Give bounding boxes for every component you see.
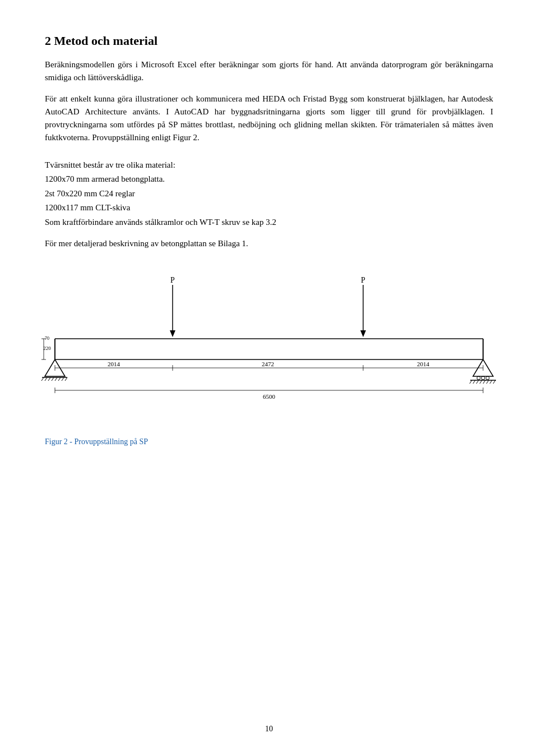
materials-section: Tvärsnittet består av tre olika material… bbox=[45, 158, 493, 230]
dim-left: 2014 bbox=[108, 361, 120, 367]
svg-point-31 bbox=[486, 376, 489, 380]
svg-line-34 bbox=[473, 380, 475, 384]
svg-line-27 bbox=[65, 377, 67, 381]
last-paragraph: För mer detaljerad beskrivning av betong… bbox=[45, 237, 493, 250]
section-heading: 2 Metod och material bbox=[45, 34, 493, 48]
material-3: 1200x117 mm CLT-skiva bbox=[45, 201, 493, 215]
dim-right: 2014 bbox=[417, 361, 430, 367]
svg-line-26 bbox=[62, 377, 64, 381]
beam-diagram: P P 2014 bbox=[39, 273, 499, 430]
dim-total: 6500 bbox=[263, 393, 276, 400]
svg-line-23 bbox=[52, 377, 54, 381]
svg-line-22 bbox=[48, 377, 50, 381]
material-4: Som kraftförbindare används stålkramlor … bbox=[45, 215, 493, 230]
svg-line-25 bbox=[58, 377, 61, 381]
dim-220: 220 bbox=[43, 345, 51, 351]
svg-marker-1 bbox=[170, 330, 175, 337]
paragraph-2: För att enkelt kunna göra illustrationer… bbox=[45, 93, 493, 145]
svg-line-24 bbox=[55, 377, 57, 381]
diagram-wrapper: P P 2014 bbox=[39, 273, 499, 432]
dim-middle: 2472 bbox=[262, 361, 274, 367]
svg-point-30 bbox=[481, 376, 485, 380]
svg-line-35 bbox=[476, 380, 479, 384]
svg-line-21 bbox=[45, 377, 47, 381]
svg-line-20 bbox=[41, 377, 44, 381]
svg-point-29 bbox=[477, 376, 480, 380]
svg-marker-3 bbox=[360, 330, 366, 337]
figure-caption: Figur 2 - Provuppställning på SP bbox=[45, 437, 148, 446]
svg-line-40 bbox=[493, 380, 495, 384]
material-2: 2st 70x220 mm C24 reglar bbox=[45, 187, 493, 201]
page: 2 Metod och material Beräkningsmodellen … bbox=[0, 0, 538, 756]
svg-line-36 bbox=[480, 380, 482, 384]
load-label-p1: P bbox=[170, 276, 175, 284]
dim-70: 70 bbox=[45, 336, 49, 341]
diagram-area: P P 2014 bbox=[45, 273, 493, 446]
svg-line-39 bbox=[490, 380, 492, 384]
materials-header: Tvärsnittet består av tre olika material… bbox=[45, 158, 493, 173]
svg-line-37 bbox=[483, 380, 485, 384]
page-number: 10 bbox=[265, 725, 273, 734]
load-label-p2: P bbox=[361, 276, 365, 284]
svg-line-38 bbox=[486, 380, 489, 384]
paragraph-1: Beräkningsmodellen görs i Microsoft Exce… bbox=[45, 58, 493, 85]
material-1: 1200x70 mm armerad betongplatta. bbox=[45, 172, 493, 187]
svg-line-33 bbox=[470, 380, 472, 384]
